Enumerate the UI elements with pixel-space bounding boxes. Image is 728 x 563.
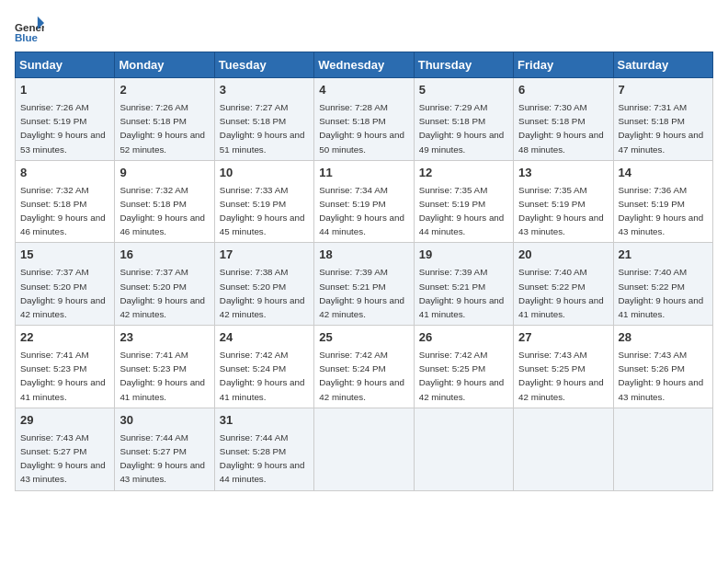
day-number: 16 <box>119 247 209 264</box>
sunrise: Sunrise: 7:39 AM <box>319 267 388 277</box>
calendar-cell: 31Sunrise: 7:44 AMSunset: 5:28 PMDayligh… <box>214 408 313 490</box>
day-number: 18 <box>319 247 408 264</box>
sunset: Sunset: 5:20 PM <box>119 282 186 292</box>
svg-text:Blue: Blue <box>15 32 39 43</box>
day-number: 24 <box>220 329 309 347</box>
sunset: Sunset: 5:18 PM <box>119 116 186 126</box>
sunset: Sunset: 5:19 PM <box>20 116 86 126</box>
sunset: Sunset: 5:20 PM <box>220 282 286 292</box>
day-number: 5 <box>419 82 508 99</box>
weekday-header-wednesday: Wednesday <box>314 52 414 78</box>
sunrise: Sunrise: 7:38 AM <box>220 267 289 277</box>
sunrise: Sunrise: 7:29 AM <box>419 102 488 112</box>
weekday-header-thursday: Thursday <box>414 52 513 78</box>
daylight: Daylight: 9 hours and 42 minutes. <box>220 295 305 319</box>
day-number: 2 <box>119 82 209 99</box>
sunset: Sunset: 5:24 PM <box>319 363 385 373</box>
day-number: 23 <box>119 329 209 347</box>
daylight: Daylight: 9 hours and 42 minutes. <box>518 377 604 401</box>
sunrise: Sunrise: 7:26 AM <box>119 102 188 112</box>
calendar-week-row: 15Sunrise: 7:37 AMSunset: 5:20 PMDayligh… <box>16 243 713 326</box>
calendar-week-row: 1Sunrise: 7:26 AMSunset: 5:19 PMDaylight… <box>16 78 713 161</box>
sunset: Sunset: 5:24 PM <box>220 363 286 373</box>
sunset: Sunset: 5:18 PM <box>619 116 685 126</box>
sunset: Sunset: 5:25 PM <box>419 363 485 373</box>
calendar-cell: 18Sunrise: 7:39 AMSunset: 5:21 PMDayligh… <box>314 243 414 326</box>
weekday-header-row: SundayMondayTuesdayWednesdayThursdayFrid… <box>16 52 713 78</box>
sunset: Sunset: 5:23 PM <box>119 363 186 373</box>
calendar-cell: 13Sunrise: 7:35 AMSunset: 5:19 PMDayligh… <box>514 160 613 243</box>
sunrise: Sunrise: 7:37 AM <box>119 267 188 277</box>
day-number: 6 <box>518 82 608 99</box>
calendar-week-row: 22Sunrise: 7:41 AMSunset: 5:23 PMDayligh… <box>16 326 713 408</box>
day-number: 25 <box>319 329 408 347</box>
daylight: Daylight: 9 hours and 51 minutes. <box>220 130 305 154</box>
sunrise: Sunrise: 7:44 AM <box>119 432 188 442</box>
day-number: 21 <box>619 247 708 264</box>
day-number: 30 <box>119 412 209 430</box>
calendar-cell: 26Sunrise: 7:42 AMSunset: 5:25 PMDayligh… <box>414 326 513 408</box>
sunrise: Sunrise: 7:39 AM <box>419 267 488 277</box>
daylight: Daylight: 9 hours and 42 minutes. <box>419 377 505 401</box>
logo-icon: General Blue <box>15 15 44 44</box>
daylight: Daylight: 9 hours and 52 minutes. <box>119 130 205 154</box>
sunrise: Sunrise: 7:42 AM <box>319 350 388 360</box>
sunrise: Sunrise: 7:28 AM <box>319 102 388 112</box>
calendar-cell: 27Sunrise: 7:43 AMSunset: 5:25 PMDayligh… <box>514 326 613 408</box>
sunrise: Sunrise: 7:41 AM <box>119 350 188 360</box>
sunrise: Sunrise: 7:31 AM <box>619 102 688 112</box>
sunrise: Sunrise: 7:33 AM <box>220 185 289 195</box>
calendar-week-row: 29Sunrise: 7:43 AMSunset: 5:27 PMDayligh… <box>16 408 713 490</box>
day-number: 13 <box>518 165 608 182</box>
daylight: Daylight: 9 hours and 41 minutes. <box>119 377 205 401</box>
sunrise: Sunrise: 7:35 AM <box>518 185 587 195</box>
calendar-cell: 21Sunrise: 7:40 AMSunset: 5:22 PMDayligh… <box>613 243 712 326</box>
calendar-body: 1Sunrise: 7:26 AMSunset: 5:19 PMDaylight… <box>16 78 713 491</box>
day-number: 28 <box>619 329 708 347</box>
day-number: 11 <box>319 165 408 182</box>
daylight: Daylight: 9 hours and 44 minutes. <box>419 213 505 236</box>
sunset: Sunset: 5:22 PM <box>619 282 685 292</box>
sunset: Sunset: 5:19 PM <box>220 199 286 209</box>
daylight: Daylight: 9 hours and 46 minutes. <box>20 213 106 236</box>
calendar-cell <box>314 408 414 490</box>
daylight: Daylight: 9 hours and 41 minutes. <box>518 295 604 319</box>
day-number: 29 <box>20 412 109 430</box>
sunrise: Sunrise: 7:35 AM <box>419 185 488 195</box>
logo: General Blue <box>15 15 44 44</box>
calendar-cell: 20Sunrise: 7:40 AMSunset: 5:22 PMDayligh… <box>514 243 613 326</box>
day-number: 14 <box>619 165 708 182</box>
daylight: Daylight: 9 hours and 47 minutes. <box>619 130 704 154</box>
daylight: Daylight: 9 hours and 44 minutes. <box>220 460 305 484</box>
sunset: Sunset: 5:25 PM <box>518 363 585 373</box>
sunset: Sunset: 5:19 PM <box>419 199 485 209</box>
sunrise: Sunrise: 7:40 AM <box>518 267 587 277</box>
calendar-cell: 29Sunrise: 7:43 AMSunset: 5:27 PMDayligh… <box>16 408 115 490</box>
calendar-cell: 11Sunrise: 7:34 AMSunset: 5:19 PMDayligh… <box>314 160 414 243</box>
calendar-cell: 7Sunrise: 7:31 AMSunset: 5:18 PMDaylight… <box>613 78 712 161</box>
weekday-header-friday: Friday <box>514 52 613 78</box>
daylight: Daylight: 9 hours and 43 minutes. <box>619 213 704 236</box>
day-number: 22 <box>20 329 109 347</box>
calendar-cell: 8Sunrise: 7:32 AMSunset: 5:18 PMDaylight… <box>16 160 115 243</box>
sunset: Sunset: 5:18 PM <box>419 116 485 126</box>
sunset: Sunset: 5:21 PM <box>319 282 385 292</box>
weekday-header-tuesday: Tuesday <box>214 52 313 78</box>
daylight: Daylight: 9 hours and 42 minutes. <box>20 295 106 319</box>
sunrise: Sunrise: 7:26 AM <box>20 102 89 112</box>
day-number: 4 <box>319 82 408 99</box>
day-number: 26 <box>419 329 508 347</box>
calendar-week-row: 8Sunrise: 7:32 AMSunset: 5:18 PMDaylight… <box>16 160 713 243</box>
calendar-cell: 17Sunrise: 7:38 AMSunset: 5:20 PMDayligh… <box>214 243 313 326</box>
sunset: Sunset: 5:18 PM <box>20 199 86 209</box>
day-number: 9 <box>119 165 209 182</box>
daylight: Daylight: 9 hours and 41 minutes. <box>619 295 704 319</box>
daylight: Daylight: 9 hours and 45 minutes. <box>220 213 305 236</box>
calendar-cell: 9Sunrise: 7:32 AMSunset: 5:18 PMDaylight… <box>115 160 214 243</box>
page-header: General Blue <box>15 15 713 44</box>
calendar-cell: 12Sunrise: 7:35 AMSunset: 5:19 PMDayligh… <box>414 160 513 243</box>
sunrise: Sunrise: 7:32 AM <box>119 185 188 195</box>
sunrise: Sunrise: 7:43 AM <box>20 432 89 442</box>
day-number: 17 <box>220 247 309 264</box>
sunrise: Sunrise: 7:42 AM <box>220 350 289 360</box>
